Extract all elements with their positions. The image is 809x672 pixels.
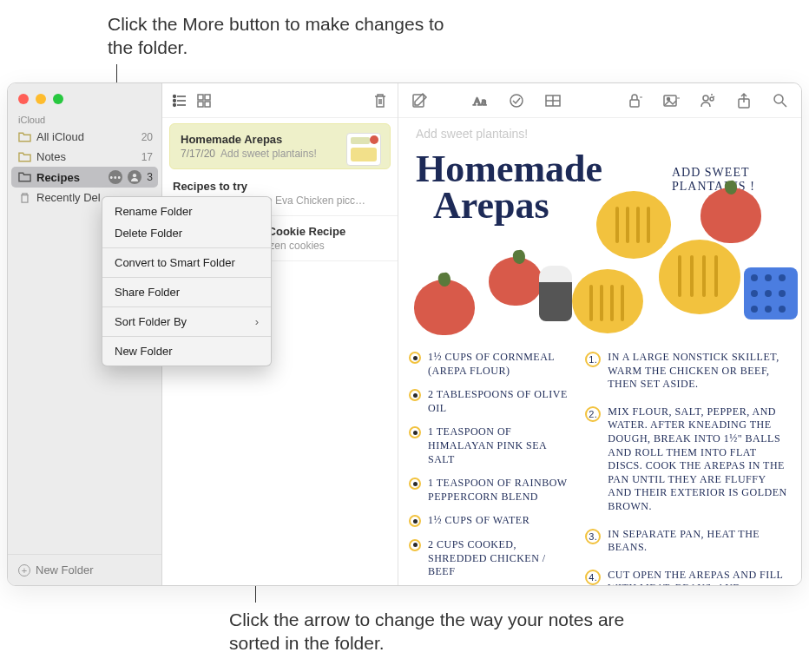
svg-point-1 — [174, 95, 176, 97]
svg-point-20 — [703, 96, 708, 101]
notes-app-window: iCloud All iCloud 20 Notes 17 Recipes ••… — [7, 82, 802, 586]
menu-convert-smart-folder[interactable]: Convert to Smart Folder — [102, 252, 271, 273]
notes-list-toolbar — [162, 83, 398, 118]
collaborate-button[interactable] — [699, 93, 716, 109]
menu-delete-folder[interactable]: Delete Folder — [102, 222, 271, 244]
search-button[interactable] — [772, 93, 789, 109]
folder-more-button[interactable]: ••• — [109, 170, 122, 184]
trash-icon — [18, 193, 31, 203]
svg-text:Aa: Aa — [473, 95, 486, 108]
ingredient-text: 2 tablespoons of olive oil — [428, 388, 569, 415]
note-first-line-ghost: Add sweet plantains! — [416, 127, 528, 141]
recipe-content: 1½ cups of cornmeal (arepa flour) 2 tabl… — [409, 351, 791, 580]
editor-toolbar: Aa — [398, 83, 801, 118]
menu-rename-folder[interactable]: Rename Folder — [102, 201, 271, 222]
bullet-icon — [409, 515, 421, 527]
doodle-art — [407, 179, 793, 344]
sidebar-section-label: iCloud — [8, 109, 161, 127]
lock-button[interactable] — [626, 93, 643, 109]
bullet-icon — [409, 426, 421, 438]
svg-rect-8 — [205, 95, 210, 100]
step-number-icon: 3. — [585, 529, 601, 544]
bullet-icon — [409, 389, 421, 401]
close-window-button[interactable] — [18, 94, 29, 104]
menu-separator — [102, 336, 271, 337]
folder-icon — [18, 132, 31, 142]
folder-count: 17 — [141, 151, 153, 163]
doodle-tomato — [489, 257, 543, 306]
note-title: o Cookie Recipe — [258, 225, 387, 238]
step-number-icon: 2. — [585, 406, 601, 422]
new-folder-label: New Folder — [36, 563, 93, 576]
gallery-view-button[interactable] — [195, 93, 213, 109]
svg-line-24 — [782, 102, 786, 107]
minimize-window-button[interactable] — [36, 94, 46, 104]
svg-point-13 — [510, 95, 523, 107]
menu-separator — [102, 247, 271, 248]
folder-name: Recipes — [36, 171, 103, 184]
menu-sort-folder-by[interactable]: Sort Folder By › — [102, 311, 271, 333]
zoom-window-button[interactable] — [53, 94, 63, 104]
note-editor-pane: Aa Add sweet plantains! Homemade Arepas … — [398, 83, 801, 585]
window-controls — [8, 83, 161, 109]
menu-new-folder[interactable]: New Folder — [102, 340, 271, 362]
step-text: Cut open the arepas and fill with meat, … — [608, 569, 791, 585]
bullet-icon — [409, 539, 421, 551]
sidebar-new-folder-button[interactable]: + New Folder — [8, 554, 161, 585]
step-number-icon: 4. — [585, 570, 601, 585]
svg-point-5 — [174, 103, 176, 106]
menu-share-folder[interactable]: Share Folder — [102, 281, 271, 303]
sidebar-folder-notes[interactable]: Notes 17 — [8, 147, 161, 167]
folder-name: Notes — [36, 150, 136, 163]
doodle-orange — [596, 191, 671, 259]
sidebar-folder-all-icloud[interactable]: All iCloud 20 — [8, 127, 161, 147]
svg-point-3 — [174, 99, 176, 102]
media-button[interactable] — [662, 93, 680, 109]
folder-count: 20 — [141, 131, 153, 143]
menu-item-label: Sort Folder By — [115, 315, 187, 328]
checklist-button[interactable] — [508, 93, 525, 109]
svg-point-0 — [133, 174, 136, 177]
note-item-homemade-arepas[interactable]: Homemade Arepas 7/17/20Add sweet plantai… — [169, 123, 391, 169]
ingredients-column: 1½ cups of cornmeal (arepa flour) 2 tabl… — [409, 351, 569, 580]
doodle-shaker — [539, 266, 572, 321]
share-button[interactable] — [735, 93, 753, 109]
folder-count: 3 — [147, 171, 153, 183]
steps-column: 1.In a large nonstick skillet, warm the … — [585, 351, 791, 580]
folder-icon — [18, 172, 31, 182]
sidebar-folder-recipes[interactable]: Recipes ••• 3 — [11, 167, 158, 188]
svg-point-23 — [774, 95, 783, 103]
shared-folder-icon[interactable] — [128, 170, 141, 184]
step-text: In separate pan, heat the beans. — [608, 528, 791, 555]
ingredient-text: 1½ cups of water — [428, 514, 529, 528]
menu-separator — [102, 306, 271, 307]
doodle-tomato — [414, 280, 475, 335]
step-text: In a large nonstick skillet, warm the ch… — [608, 351, 791, 392]
table-button[interactable] — [544, 93, 562, 109]
bullet-icon — [409, 352, 421, 364]
plus-circle-icon: + — [18, 564, 30, 576]
bullet-icon — [409, 478, 421, 490]
svg-rect-10 — [205, 102, 210, 107]
list-view-button[interactable] — [171, 93, 188, 109]
callout-bottom: Click the arrow to change the way your n… — [229, 608, 663, 656]
svg-rect-17 — [630, 100, 639, 107]
doodle-tomato — [700, 188, 761, 243]
format-button[interactable]: Aa — [471, 93, 489, 109]
ingredient-text: 1½ cups of cornmeal (arepa flour) — [428, 351, 569, 378]
ingredient-text: 2 cups cooked, shredded chicken / beef — [428, 538, 569, 579]
step-number-icon: 1. — [585, 352, 601, 367]
compose-button[interactable] — [411, 93, 428, 109]
note-thumbnail — [346, 133, 381, 166]
doodle-orange — [572, 269, 643, 333]
folder-name: All iCloud — [36, 130, 136, 143]
note-canvas[interactable]: Add sweet plantains! Homemade Arepas ADD… — [398, 118, 801, 585]
folder-icon — [18, 152, 31, 162]
doodle-bluebox — [744, 267, 798, 320]
svg-rect-9 — [198, 102, 203, 107]
delete-note-button[interactable] — [372, 93, 389, 109]
svg-rect-7 — [198, 95, 203, 100]
folder-context-menu: Rename Folder Delete Folder Convert to S… — [102, 196, 272, 366]
ingredient-text: 1 teaspoon of rainbow peppercorn blend — [428, 477, 569, 504]
callout-top: Click the More button to make changes to… — [108, 12, 455, 60]
